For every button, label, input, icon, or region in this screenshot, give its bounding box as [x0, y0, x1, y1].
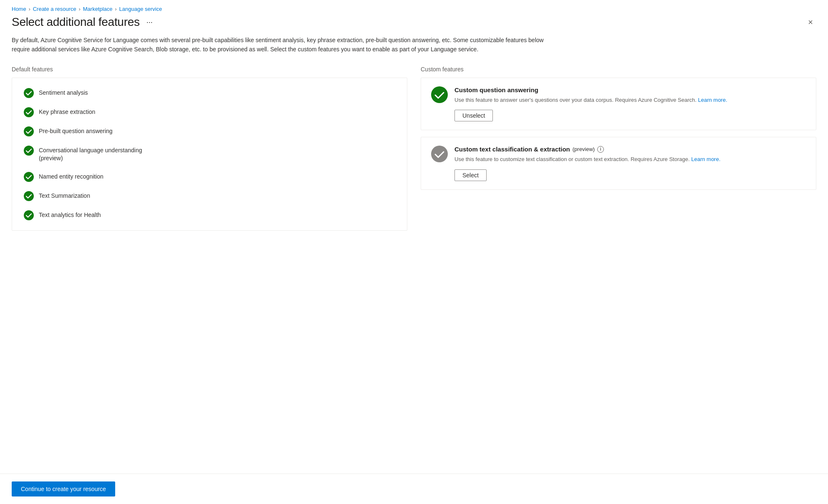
svg-point-3 — [24, 146, 34, 156]
feature-name: Conversational language understanding (p… — [39, 146, 142, 163]
svg-point-1 — [24, 107, 34, 117]
custom-card-question-answering: Custom question answering Use this featu… — [421, 78, 816, 131]
feature-name: Text analytics for Health — [39, 210, 101, 219]
check-icon — [24, 126, 34, 136]
svg-point-7 — [431, 86, 448, 103]
select-button[interactable]: Select — [454, 169, 487, 181]
learn-more-link-1[interactable]: Learn more. — [698, 97, 727, 103]
ellipsis-button[interactable]: ··· — [144, 18, 155, 27]
features-grid: Default features Sentiment analysis Key … — [12, 66, 816, 465]
custom-card-text-classification: Custom text classification & extraction … — [421, 137, 816, 190]
svg-point-4 — [24, 172, 34, 182]
card-description: Use this feature to answer user's questi… — [454, 96, 806, 104]
check-icon — [24, 210, 34, 220]
list-item: Text analytics for Health — [24, 210, 395, 220]
check-icon — [24, 88, 34, 98]
svg-point-5 — [24, 191, 34, 201]
card-description: Use this feature to customize text class… — [454, 155, 806, 164]
feature-name: Sentiment analysis — [39, 88, 88, 97]
default-features-label: Default features — [12, 66, 407, 73]
close-button[interactable]: × — [805, 16, 816, 29]
list-item: Named entity recognition — [24, 172, 395, 182]
learn-more-link-2[interactable]: Learn more. — [691, 156, 720, 162]
custom-features-section: Custom features Custom question answerin… — [421, 66, 816, 465]
svg-point-2 — [24, 126, 34, 136]
list-item: Sentiment analysis — [24, 88, 395, 98]
svg-point-6 — [24, 210, 34, 220]
list-item: Text Summarization — [24, 191, 395, 201]
breadcrumb-sep-1: › — [29, 6, 30, 12]
card-title: Custom text classification & extraction … — [454, 146, 806, 153]
continue-button[interactable]: Continue to create your resource — [12, 481, 115, 496]
svg-point-0 — [24, 88, 34, 98]
check-icon — [24, 107, 34, 117]
page-title: Select additional features — [12, 15, 140, 29]
breadcrumb-sep-2: › — [79, 6, 81, 12]
info-icon: i — [597, 146, 604, 153]
check-icon — [24, 191, 34, 201]
feature-name: Named entity recognition — [39, 172, 104, 181]
default-features-section: Default features Sentiment analysis Key … — [12, 66, 407, 465]
breadcrumb-marketplace[interactable]: Marketplace — [83, 6, 113, 12]
breadcrumb-language-service[interactable]: Language service — [119, 6, 162, 12]
svg-point-8 — [431, 146, 448, 162]
description-text: By default, Azure Cognitive Service for … — [12, 35, 554, 54]
feature-name: Text Summarization — [39, 191, 90, 200]
feature-name: Pre-built question answering — [39, 126, 113, 136]
list-item: Pre-built question answering — [24, 126, 395, 136]
card-title: Custom question answering — [454, 86, 806, 93]
breadcrumb: Home › Create a resource › Marketplace ›… — [0, 0, 828, 15]
check-icon — [24, 146, 34, 156]
check-icon-gray — [431, 146, 448, 162]
check-icon — [431, 86, 448, 103]
footer-bar: Continue to create your resource — [0, 474, 828, 504]
feature-name: Key phrase extraction — [39, 107, 95, 116]
check-icon — [24, 172, 34, 182]
list-item: Key phrase extraction — [24, 107, 395, 117]
list-item: Conversational language understanding (p… — [24, 146, 395, 163]
breadcrumb-sep-3: › — [115, 6, 117, 12]
custom-features-label: Custom features — [421, 66, 816, 73]
default-features-box: Sentiment analysis Key phrase extraction… — [12, 78, 407, 231]
breadcrumb-create-resource[interactable]: Create a resource — [33, 6, 76, 12]
unselect-button[interactable]: Unselect — [454, 110, 493, 121]
breadcrumb-home[interactable]: Home — [12, 6, 26, 12]
